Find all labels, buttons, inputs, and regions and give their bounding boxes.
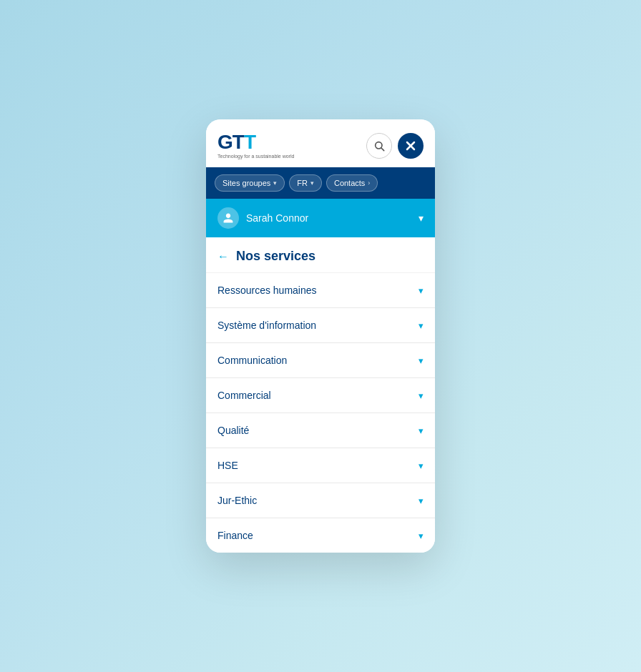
- service-label: Système d'information: [217, 320, 316, 331]
- lang-label: FR: [297, 179, 308, 187]
- sites-groupes-pill[interactable]: Sites groupes ▾: [215, 174, 285, 192]
- service-label: Finance: [217, 530, 253, 541]
- lang-pill[interactable]: FR ▾: [289, 174, 322, 192]
- logo-tagline: Technology for a sustainable world: [217, 154, 294, 159]
- service-item-ressources-humaines[interactable]: Ressources humaines ▾: [206, 273, 435, 308]
- section-header: ← Nos services: [206, 237, 435, 273]
- service-item-finance[interactable]: Finance ▾: [206, 518, 435, 553]
- back-button[interactable]: ←: [217, 250, 229, 263]
- service-chevron-icon: ▾: [419, 495, 424, 506]
- user-name: Sarah Connor: [246, 212, 308, 224]
- contacts-chevron-icon: ›: [368, 179, 370, 187]
- contacts-pill[interactable]: Contacts ›: [326, 174, 378, 192]
- service-label: Jur-Ethic: [217, 495, 257, 506]
- content: ← Nos services Ressources humaines ▾ Sys…: [206, 237, 435, 553]
- svg-line-1: [381, 148, 384, 151]
- user-chevron-icon: ▾: [419, 212, 424, 224]
- contacts-label: Contacts: [334, 179, 365, 187]
- header-icons: [366, 133, 424, 159]
- service-chevron-icon: ▾: [419, 320, 424, 331]
- service-list: Ressources humaines ▾ Système d'informat…: [206, 273, 435, 553]
- service-item-qualite[interactable]: Qualité ▾: [206, 413, 435, 448]
- logo-g: G: [217, 131, 233, 153]
- service-chevron-icon: ▾: [419, 355, 424, 366]
- service-label: Commercial: [217, 390, 271, 401]
- service-chevron-icon: ▾: [419, 425, 424, 436]
- logo-t2: T: [244, 131, 255, 153]
- service-chevron-icon: ▾: [419, 285, 424, 296]
- service-chevron-icon: ▾: [419, 530, 424, 541]
- close-button[interactable]: [398, 133, 424, 159]
- service-label: Ressources humaines: [217, 285, 317, 296]
- nav-bar: Sites groupes ▾ FR ▾ Contacts ›: [206, 167, 435, 199]
- lang-chevron-icon: ▾: [310, 179, 314, 187]
- search-button[interactable]: [366, 133, 392, 159]
- service-item-hse[interactable]: HSE ▾: [206, 448, 435, 483]
- avatar: [217, 207, 239, 229]
- close-icon: [406, 141, 416, 151]
- logo-area: GTT Technology for a sustainable world: [217, 132, 294, 159]
- service-label: HSE: [217, 460, 238, 471]
- service-label: Qualité: [217, 425, 249, 436]
- service-item-communication[interactable]: Communication ▾: [206, 343, 435, 378]
- search-icon: [373, 140, 385, 152]
- logo-text: GTT: [217, 132, 294, 152]
- user-bar[interactable]: Sarah Connor ▾: [206, 199, 435, 237]
- user-icon: [222, 212, 234, 224]
- service-item-jur-ethic[interactable]: Jur-Ethic ▾: [206, 483, 435, 518]
- phone-container: GTT Technology for a sustainable world S…: [206, 119, 435, 553]
- section-title: Nos services: [236, 249, 315, 264]
- service-chevron-icon: ▾: [419, 390, 424, 401]
- service-item-systeme-information[interactable]: Système d'information ▾: [206, 308, 435, 343]
- logo-t1: T: [233, 131, 244, 153]
- sites-chevron-icon: ▾: [273, 179, 277, 187]
- service-item-commercial[interactable]: Commercial ▾: [206, 378, 435, 413]
- user-info: Sarah Connor: [217, 207, 308, 229]
- sites-groupes-label: Sites groupes: [222, 179, 270, 187]
- service-chevron-icon: ▾: [419, 460, 424, 471]
- header: GTT Technology for a sustainable world: [206, 119, 435, 167]
- service-label: Communication: [217, 355, 287, 366]
